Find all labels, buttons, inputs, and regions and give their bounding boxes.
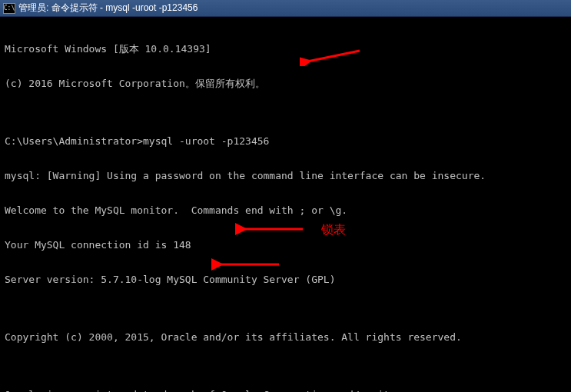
terminal-line: Copyright (c) 2000, 2015, Oracle and/or …	[5, 331, 566, 343]
terminal-line: Welcome to the MySQL monitor. Commands e…	[5, 204, 566, 216]
terminal-line: mysql: [Warning] Using a password on the…	[5, 170, 566, 181]
cmd-icon: C:\	[3, 3, 15, 14]
terminal-output[interactable]: Microsoft Windows [版本 10.0.14393] (c) 20…	[0, 17, 571, 392]
terminal-line: Your MySQL connection id is 148	[5, 239, 566, 251]
terminal-line: C:\Users\Administrator>mysql -uroot -p12…	[5, 135, 566, 147]
terminal-line: (c) 2016 Microsoft Corporation。保留所有权利。	[5, 78, 566, 89]
terminal-line: Server version: 5.7.10-log MySQL Communi…	[5, 274, 566, 285]
window-title: 管理员: 命令提示符 - mysql -uroot -p123456	[18, 2, 568, 15]
terminal-line: Microsoft Windows [版本 10.0.14393]	[5, 43, 566, 55]
window-titlebar: C:\ 管理员: 命令提示符 - mysql -uroot -p123456	[0, 0, 571, 17]
terminal-line: Oracle is a registered trademark of Orac…	[5, 389, 566, 392]
